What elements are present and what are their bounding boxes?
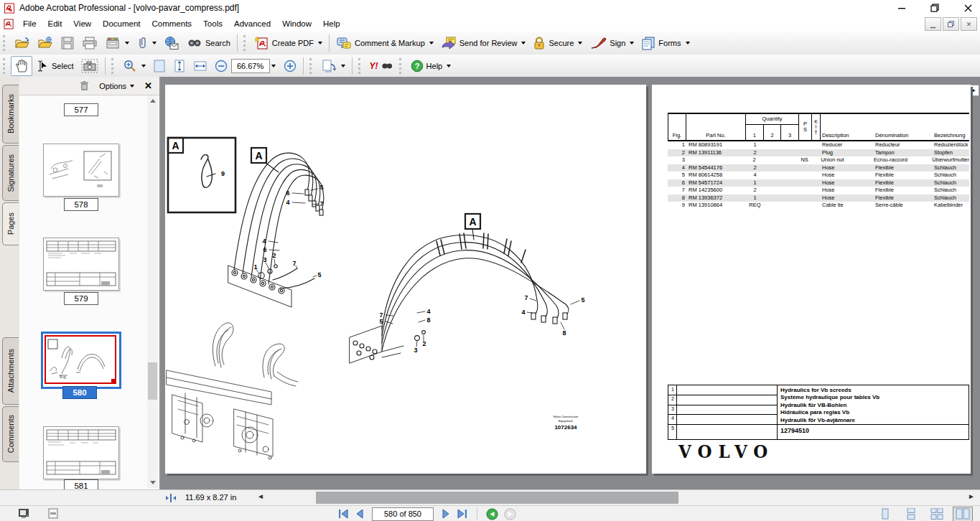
- minimize-button[interactable]: [895, 2, 908, 14]
- tab-pages[interactable]: Pages: [2, 202, 19, 245]
- menu-advanced[interactable]: Advanced: [228, 18, 276, 29]
- fit-height-button[interactable]: [169, 56, 190, 76]
- organizer-button[interactable]: [101, 33, 133, 53]
- open-button[interactable]: [11, 33, 34, 53]
- search-button[interactable]: Search: [183, 34, 234, 52]
- next-view-button[interactable]: [501, 507, 519, 521]
- page-label-577[interactable]: 577: [64, 103, 98, 116]
- create-pdf-dropdown-arrow[interactable]: [318, 42, 322, 44]
- page-label-580[interactable]: 580: [62, 386, 97, 399]
- first-page-button[interactable]: [335, 508, 352, 520]
- zoom-tool-button[interactable]: [119, 56, 149, 76]
- view-box-handle[interactable]: [111, 379, 116, 384]
- help-button[interactable]: ?Help: [407, 57, 455, 75]
- save-button[interactable]: [57, 33, 78, 53]
- tab-comments[interactable]: Comments: [2, 406, 19, 462]
- print-button[interactable]: [78, 33, 101, 53]
- toolbar-grip[interactable]: [111, 58, 116, 74]
- toolbar-grip[interactable]: [243, 35, 248, 51]
- secure-button[interactable]: Secure: [529, 33, 586, 53]
- page-layout-status-button[interactable]: [45, 507, 62, 521]
- previous-view-button[interactable]: [483, 507, 501, 521]
- zoom-out-button[interactable]: [211, 57, 231, 75]
- attach-button[interactable]: [133, 33, 160, 53]
- toolbar-grip[interactable]: [358, 58, 363, 74]
- thumbnail-579[interactable]: [43, 238, 119, 291]
- menu-file[interactable]: File: [17, 18, 42, 29]
- create-pdf-button[interactable]: Create PDF: [251, 33, 326, 53]
- send-review-dropdown-arrow[interactable]: [521, 42, 526, 44]
- doc-restore-button[interactable]: [943, 17, 959, 31]
- page-label-578[interactable]: 578: [64, 198, 98, 211]
- comment-markup-dropdown-arrow[interactable]: [429, 42, 434, 44]
- secure-dropdown-arrow[interactable]: [578, 42, 582, 44]
- fit-page-button[interactable]: [149, 56, 169, 76]
- h-scrollbar-thumb[interactable]: [316, 492, 678, 504]
- pages-panel-scrollbar[interactable]: [147, 95, 158, 488]
- layout-two-up-button[interactable]: [953, 507, 973, 521]
- page-label-579[interactable]: 579: [64, 292, 98, 305]
- panel-close-button[interactable]: ✕: [144, 80, 152, 91]
- tab-attachments[interactable]: Attachments: [2, 337, 19, 405]
- doc-close-button[interactable]: ✕: [961, 17, 977, 31]
- toolbar-grip[interactable]: [309, 58, 314, 74]
- scroll-down-arrow[interactable]: [147, 477, 158, 488]
- forms-button[interactable]: Forms: [638, 33, 693, 53]
- select-tool-button[interactable]: Select: [32, 57, 78, 75]
- menu-document[interactable]: Document: [97, 18, 146, 29]
- send-review-button[interactable]: Send for Review: [437, 33, 530, 53]
- thumbnail-581[interactable]: [43, 426, 119, 479]
- attach-dropdown-arrow[interactable]: [152, 42, 157, 44]
- last-page-button[interactable]: [454, 508, 471, 520]
- single-page-view-status-button[interactable]: [14, 507, 34, 521]
- fit-width-button[interactable]: [190, 56, 211, 76]
- yahoo-search-button[interactable]: Y!: [366, 58, 396, 74]
- sign-dropdown-arrow[interactable]: [630, 42, 634, 44]
- horizontal-scrollbar[interactable]: [269, 492, 963, 504]
- menu-help[interactable]: Help: [317, 18, 346, 29]
- doc-minimize-button[interactable]: ▁: [925, 17, 941, 31]
- menu-comments[interactable]: Comments: [146, 18, 198, 29]
- sign-button[interactable]: Sign: [586, 33, 638, 53]
- layout-single-page-button[interactable]: [875, 507, 895, 521]
- toolbar-grip[interactable]: [3, 58, 7, 74]
- close-button[interactable]: [961, 2, 974, 14]
- menu-window[interactable]: Window: [276, 18, 317, 29]
- toolbar-grip[interactable]: [399, 58, 403, 74]
- zoom-tool-dropdown-arrow[interactable]: [141, 65, 146, 67]
- hand-tool-button[interactable]: [11, 56, 32, 76]
- menu-view[interactable]: View: [67, 18, 97, 29]
- forms-dropdown-arrow[interactable]: [686, 42, 690, 44]
- help-dropdown-arrow[interactable]: [447, 65, 451, 67]
- layout-facing-button[interactable]: [927, 507, 947, 521]
- comment-markup-button[interactable]: Comment & Markup: [332, 33, 437, 53]
- options-menu-button[interactable]: Options: [99, 82, 134, 90]
- menu-tools[interactable]: Tools: [197, 18, 228, 29]
- delete-pages-icon[interactable]: [80, 80, 89, 91]
- layout-continuous-button[interactable]: [901, 507, 921, 521]
- organizer-dropdown-arrow[interactable]: [125, 42, 129, 44]
- menu-edit[interactable]: Edit: [42, 18, 68, 29]
- zoom-level-input[interactable]: 66.67%: [231, 59, 270, 73]
- thumbnail-580[interactable]: [41, 332, 121, 389]
- restore-button[interactable]: [928, 2, 941, 14]
- page-number-input[interactable]: 580 of 850: [372, 507, 434, 521]
- tab-bookmarks[interactable]: Bookmarks: [2, 85, 19, 144]
- thumbnail-578[interactable]: [43, 144, 119, 197]
- scrollbar-thumb[interactable]: [148, 362, 157, 400]
- page-display-dropdown-arrow[interactable]: [341, 65, 345, 67]
- open-organizer-button[interactable]: [34, 33, 57, 53]
- h-scroll-right-arrow[interactable]: ►: [968, 492, 975, 500]
- tab-signatures[interactable]: Signatures: [2, 145, 19, 201]
- email-button[interactable]: [160, 33, 183, 53]
- next-page-button[interactable]: [438, 508, 454, 520]
- thumbnail-view-box[interactable]: [45, 335, 116, 384]
- page-display-button[interactable]: [317, 56, 349, 76]
- toolbar-grip[interactable]: [3, 35, 7, 51]
- zoom-in-button[interactable]: [280, 57, 300, 75]
- scroll-up-arrow[interactable]: [147, 95, 158, 106]
- zoom-level-dropdown-arrow[interactable]: [271, 65, 276, 67]
- pane-splitter-icon[interactable]: [165, 493, 177, 503]
- h-scroll-left-arrow[interactable]: ◄: [257, 492, 264, 500]
- previous-page-button[interactable]: [352, 508, 368, 520]
